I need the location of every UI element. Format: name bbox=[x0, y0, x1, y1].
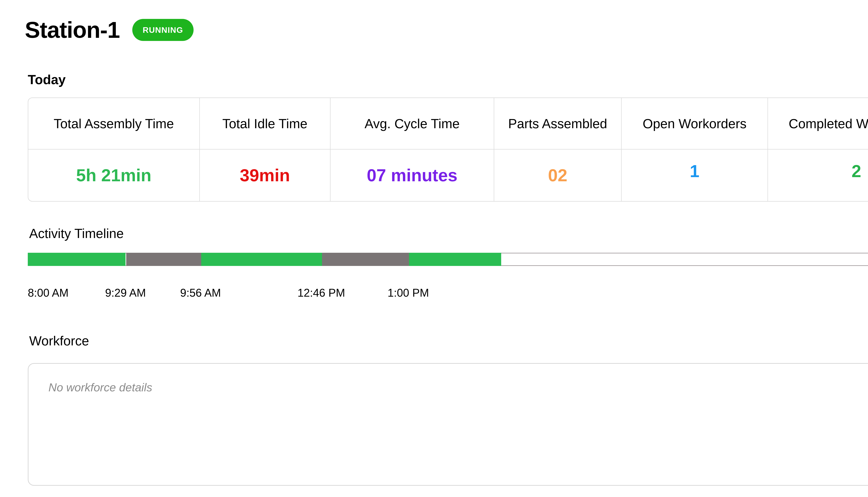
metric-value: 5h 21min bbox=[28, 150, 200, 201]
metric-header: Open Workorders bbox=[622, 98, 768, 150]
metric-header: Avg. Cycle Time bbox=[331, 98, 494, 150]
metric-header: Completed Workorders bbox=[768, 98, 868, 150]
metric-value: 2 bbox=[768, 150, 868, 201]
workforce-panel: No workforce details bbox=[28, 363, 868, 486]
status-badge: RUNNING bbox=[132, 19, 194, 41]
workforce-empty-message: No workforce details bbox=[49, 381, 868, 394]
timeline-tick-label: 9:56 AM bbox=[180, 286, 221, 299]
metric-value: 02 bbox=[494, 150, 622, 201]
today-metrics-table: Total Assembly TimeTotal Idle TimeAvg. C… bbox=[28, 98, 868, 202]
timeline-segment-active bbox=[28, 253, 125, 266]
metric-value: 07 minutes bbox=[331, 150, 494, 201]
timeline-axis-labels: 8:00 AM9:29 AM9:56 AM12:46 PM1:00 PM6:00… bbox=[28, 286, 868, 300]
station-header: Station-1 RUNNING bbox=[25, 17, 868, 43]
timeline-segment-idle bbox=[322, 253, 409, 266]
timeline-segment-active bbox=[409, 253, 501, 266]
workforce-heading: Workforce bbox=[29, 333, 868, 348]
timeline-tick-label: 8:00 AM bbox=[28, 286, 69, 299]
metric-header: Parts Assembled bbox=[494, 98, 622, 150]
timeline-segment-idle bbox=[126, 253, 201, 266]
today-heading: Today bbox=[28, 72, 868, 87]
metric-value: 1 bbox=[622, 150, 768, 201]
activity-timeline-heading: Activity Timeline bbox=[29, 226, 868, 241]
timeline-segment-active bbox=[201, 253, 322, 266]
timeline-tick-label: 12:46 PM bbox=[298, 286, 345, 299]
metric-header: Total Idle Time bbox=[200, 98, 331, 150]
timeline-tick-label: 9:29 AM bbox=[105, 286, 146, 299]
station-dashboard: Station-1 RUNNING Today Total Assembly T… bbox=[0, 0, 868, 486]
activity-timeline-bar bbox=[28, 253, 868, 266]
page-title: Station-1 bbox=[25, 17, 120, 43]
timeline-tick-label: 1:00 PM bbox=[388, 286, 429, 299]
metric-value: 39min bbox=[200, 150, 331, 201]
metric-header: Total Assembly Time bbox=[28, 98, 200, 150]
